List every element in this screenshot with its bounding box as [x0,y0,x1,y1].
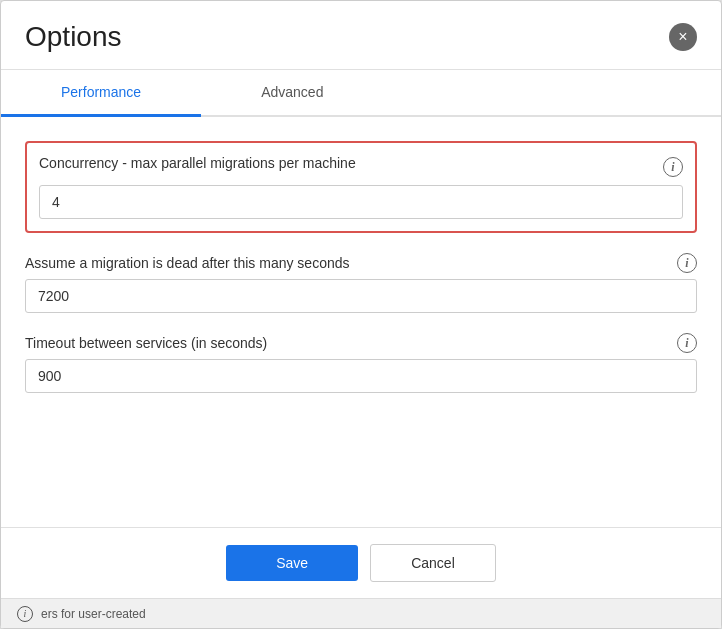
save-button[interactable]: Save [226,545,358,581]
bottom-bar: i ers for user-created [1,598,721,628]
bottom-bar-text: ers for user-created [41,607,146,621]
tab-performance[interactable]: Performance [1,70,201,117]
concurrency-input[interactable] [39,185,683,219]
timeout-input[interactable] [25,359,697,393]
dead-after-field: Assume a migration is dead after this ma… [25,253,697,313]
bottom-info-icon: i [17,606,33,622]
concurrency-field-highlighted: Concurrency - max parallel migrations pe… [25,141,697,233]
dialog-title: Options [25,21,122,53]
timeout-label: Timeout between services (in seconds) [25,335,267,351]
dialog-footer: Save Cancel [1,527,721,598]
concurrency-help-icon[interactable]: i [663,157,683,177]
dead-after-input[interactable] [25,279,697,313]
concurrency-field-header: Concurrency - max parallel migrations pe… [39,155,683,179]
dialog-header: Options × [1,1,721,70]
tabs-container: Performance Advanced [1,70,721,117]
options-dialog: Options × Performance Advanced Concurren… [0,0,722,629]
timeout-field-header: Timeout between services (in seconds) i [25,333,697,353]
dead-after-help-icon[interactable]: i [677,253,697,273]
tab-advanced[interactable]: Advanced [201,70,383,117]
timeout-help-icon[interactable]: i [677,333,697,353]
dead-after-field-header: Assume a migration is dead after this ma… [25,253,697,273]
dead-after-label: Assume a migration is dead after this ma… [25,255,350,271]
concurrency-label: Concurrency - max parallel migrations pe… [39,155,356,171]
timeout-field: Timeout between services (in seconds) i [25,333,697,393]
dialog-content: Concurrency - max parallel migrations pe… [1,117,721,527]
close-button[interactable]: × [669,23,697,51]
cancel-button[interactable]: Cancel [370,544,496,582]
